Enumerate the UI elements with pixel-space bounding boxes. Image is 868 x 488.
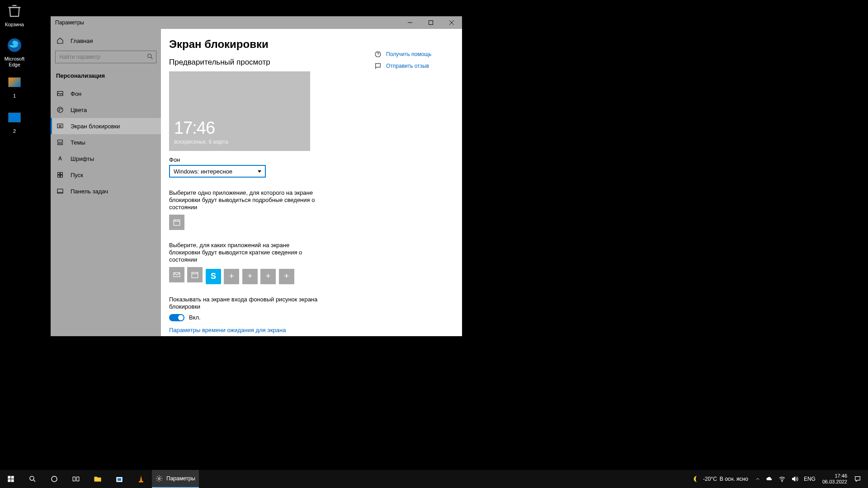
tray-language[interactable]: ENG — [802, 470, 818, 488]
nav-label: Цвета — [71, 107, 87, 113]
quick-app-add-1[interactable]: + — [224, 269, 239, 284]
desktop-icon-label: Корзина — [0, 22, 31, 28]
quick-app-add-3[interactable]: + — [260, 269, 276, 284]
feedback-link-label: Отправить отзыв — [386, 63, 429, 69]
show-desktop-button[interactable] — [864, 470, 867, 488]
svg-rect-14 — [58, 173, 60, 175]
desktop-icon-recycle-bin[interactable]: Корзина — [0, 2, 31, 28]
close-button[interactable] — [441, 16, 462, 29]
clock-time: 17:46 — [822, 473, 847, 479]
nav-home[interactable]: Главная — [51, 33, 161, 49]
quick-app-add-4[interactable]: + — [279, 269, 294, 284]
svg-line-34 — [33, 480, 35, 482]
maximize-button[interactable] — [420, 16, 441, 29]
nav-label: Пуск — [71, 172, 83, 178]
sidebar: Главная Персонализация Фон Цвета Экран б… — [51, 29, 161, 336]
content: Экран блокировки Предварительный просмот… — [161, 29, 462, 336]
background-label: Фон — [169, 156, 361, 163]
window-title: Параметры — [55, 19, 400, 26]
taskbar-cortana-button[interactable] — [43, 470, 65, 488]
minimize-button[interactable] — [400, 16, 420, 29]
lock-screen-icon — [56, 122, 64, 130]
svg-rect-37 — [77, 477, 79, 481]
desktop-icon-edge[interactable]: Microsoft Edge — [0, 36, 31, 68]
svg-point-9 — [59, 108, 60, 109]
quick-app-skype[interactable]: S — [206, 269, 221, 284]
nav-lock-screen[interactable]: Экран блокировки — [51, 118, 161, 134]
desktop-icon-label: 1 — [0, 93, 31, 99]
tray-volume[interactable] — [789, 470, 801, 488]
nav-themes[interactable]: Темы — [51, 134, 161, 150]
nav-start[interactable]: Пуск — [51, 167, 161, 183]
search-input[interactable] — [55, 51, 156, 63]
taskbar-app-vlc[interactable] — [130, 470, 152, 488]
link-screensaver[interactable]: Параметры заставки — [169, 335, 361, 337]
detailed-app-calendar[interactable] — [169, 215, 184, 230]
svg-point-8 — [57, 107, 63, 113]
taskbar: Параметры -20°C В осн. ясно ENG 17:46 06… — [0, 470, 868, 488]
svg-rect-13 — [59, 126, 61, 127]
search-icon — [146, 53, 154, 60]
main-panel: Экран блокировки Предварительный просмот… — [161, 29, 369, 336]
taskbar-app-explorer[interactable] — [87, 470, 108, 488]
toggle-state-label: Вкл. — [189, 314, 201, 321]
svg-rect-18 — [57, 189, 63, 193]
nav-label: Темы — [71, 139, 85, 146]
svg-rect-40 — [139, 481, 143, 483]
fonts-icon — [56, 155, 64, 163]
desktop-icon-2[interactable]: 2 — [0, 108, 31, 134]
nav-fonts[interactable]: Шрифты — [51, 150, 161, 167]
taskbar-app-settings[interactable]: Параметры — [152, 470, 199, 488]
picture-icon — [56, 89, 64, 98]
taskbar-search-button[interactable] — [22, 470, 43, 488]
svg-point-42 — [782, 481, 782, 482]
start-icon — [56, 171, 64, 179]
quick-status-prompt: Выберите, для каких приложений на экране… — [169, 242, 320, 263]
start-button[interactable] — [0, 470, 22, 488]
nav-category: Персонализация — [51, 70, 161, 85]
tray-clock[interactable]: 17:46 06.03.2022 — [819, 473, 851, 485]
tray-action-center[interactable] — [852, 470, 863, 488]
svg-rect-2 — [429, 21, 433, 25]
weather-text: В осн. ясно — [720, 476, 748, 482]
moon-icon — [692, 475, 700, 483]
tray-onedrive[interactable] — [764, 470, 775, 488]
taskbar-app-store[interactable] — [108, 470, 130, 488]
nav-colors[interactable]: Цвета — [51, 102, 161, 118]
feedback-icon — [374, 62, 382, 70]
taskbar-app-label: Параметры — [166, 475, 195, 482]
home-icon — [56, 37, 64, 45]
svg-rect-31 — [8, 479, 10, 482]
weather-temp: -20°C — [703, 476, 717, 482]
svg-rect-32 — [11, 479, 14, 482]
nav-label: Фон — [71, 90, 81, 97]
image-icon — [5, 108, 24, 127]
help-link[interactable]: Получить помощь — [374, 51, 459, 58]
background-select[interactable]: Windows: интересное — [169, 165, 266, 178]
quick-app-mail[interactable] — [169, 267, 184, 282]
tray-overflow[interactable] — [753, 470, 763, 488]
link-screen-timeout[interactable]: Параметры времени ожидания для экрана — [169, 327, 361, 333]
quick-app-calendar[interactable] — [187, 267, 203, 282]
nav-background[interactable]: Фон — [51, 85, 161, 102]
signin-bg-label: Показывать на экране входа фоновый рисун… — [169, 296, 320, 310]
feedback-link[interactable]: Отправить отзыв — [374, 62, 459, 70]
svg-point-11 — [59, 110, 60, 111]
signin-bg-toggle[interactable] — [169, 314, 184, 321]
quick-app-add-2[interactable]: + — [242, 269, 258, 284]
svg-point-5 — [148, 54, 151, 58]
svg-line-6 — [151, 57, 152, 59]
tray-network[interactable] — [776, 470, 788, 488]
nav-label: Главная — [71, 38, 93, 44]
titlebar[interactable]: Параметры — [51, 16, 462, 29]
nav-taskbar[interactable]: Панель задач — [51, 183, 161, 199]
tray-weather[interactable]: -20°C В осн. ясно — [689, 470, 752, 488]
taskbar-taskview-button[interactable] — [65, 470, 87, 488]
themes-icon — [56, 138, 64, 146]
palette-icon — [56, 106, 64, 114]
svg-rect-15 — [61, 173, 63, 175]
help-link-label: Получить помощь — [386, 51, 431, 57]
svg-rect-30 — [11, 476, 14, 479]
desktop-icon-1[interactable]: 1 — [0, 73, 31, 99]
svg-rect-25 — [192, 272, 198, 278]
